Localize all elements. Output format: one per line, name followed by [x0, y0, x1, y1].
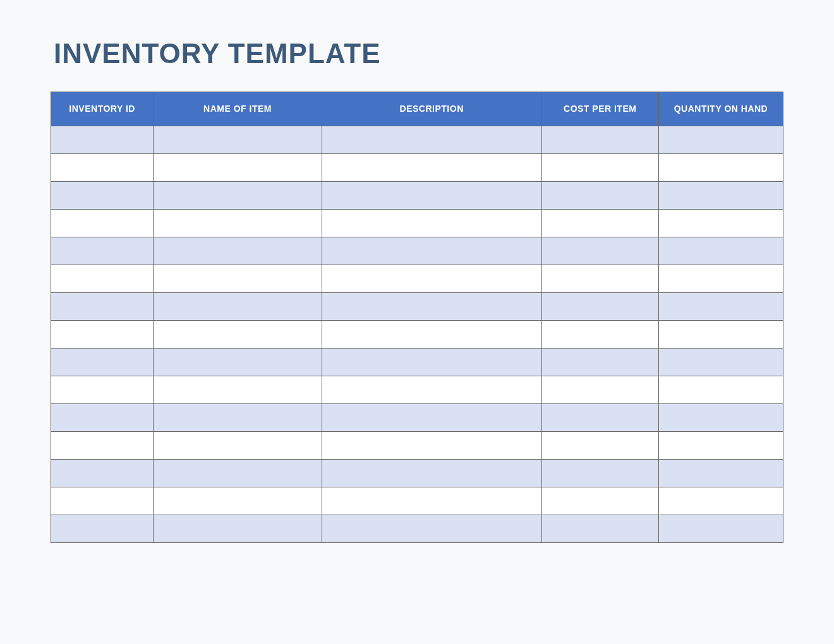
- cell-cost-per-item[interactable]: [541, 487, 658, 515]
- cell-name-of-item[interactable]: [154, 487, 322, 515]
- cell-cost-per-item[interactable]: [541, 293, 658, 321]
- cell-description[interactable]: [322, 432, 541, 460]
- table-row: [51, 432, 783, 460]
- table-body: [51, 126, 783, 543]
- table-row: [51, 293, 783, 321]
- cell-cost-per-item[interactable]: [541, 515, 658, 543]
- cell-cost-per-item[interactable]: [541, 404, 658, 432]
- cell-description[interactable]: [322, 460, 541, 487]
- cell-cost-per-item[interactable]: [541, 126, 658, 154]
- cell-quantity-on-hand[interactable]: [658, 515, 783, 543]
- cell-description[interactable]: [322, 404, 541, 432]
- col-header-inventory-id: INVENTORY ID: [51, 92, 154, 126]
- cell-cost-per-item[interactable]: [541, 237, 658, 265]
- cell-quantity-on-hand[interactable]: [658, 210, 783, 237]
- inventory-table: INVENTORY ID NAME OF ITEM DESCRIPTION CO…: [51, 92, 783, 543]
- cell-name-of-item[interactable]: [154, 404, 322, 432]
- cell-inventory-id[interactable]: [51, 404, 154, 432]
- cell-name-of-item[interactable]: [154, 265, 322, 293]
- cell-quantity-on-hand[interactable]: [658, 432, 783, 460]
- cell-name-of-item[interactable]: [154, 126, 322, 154]
- cell-inventory-id[interactable]: [51, 515, 154, 543]
- cell-quantity-on-hand[interactable]: [658, 487, 783, 515]
- cell-description[interactable]: [322, 487, 541, 515]
- cell-description[interactable]: [322, 154, 541, 182]
- cell-name-of-item[interactable]: [154, 376, 322, 404]
- table-row: [51, 460, 783, 487]
- table-row: [51, 515, 783, 543]
- cell-description[interactable]: [322, 210, 541, 237]
- cell-inventory-id[interactable]: [51, 265, 154, 293]
- col-header-cost-per-item: COST PER ITEM: [541, 92, 658, 126]
- cell-inventory-id[interactable]: [51, 154, 154, 182]
- cell-name-of-item[interactable]: [154, 182, 322, 210]
- table-row: [51, 404, 783, 432]
- cell-name-of-item[interactable]: [154, 321, 322, 349]
- table-row: [51, 321, 783, 349]
- cell-inventory-id[interactable]: [51, 237, 154, 265]
- cell-cost-per-item[interactable]: [541, 376, 658, 404]
- cell-inventory-id[interactable]: [51, 126, 154, 154]
- cell-description[interactable]: [322, 126, 541, 154]
- cell-quantity-on-hand[interactable]: [658, 293, 783, 321]
- cell-quantity-on-hand[interactable]: [658, 321, 783, 349]
- cell-quantity-on-hand[interactable]: [658, 460, 783, 487]
- cell-description[interactable]: [322, 349, 541, 376]
- cell-inventory-id[interactable]: [51, 321, 154, 349]
- cell-description[interactable]: [322, 237, 541, 265]
- col-header-quantity-on-hand: QUANTITY ON HAND: [658, 92, 783, 126]
- cell-description[interactable]: [322, 182, 541, 210]
- table-row: [51, 154, 783, 182]
- cell-inventory-id[interactable]: [51, 376, 154, 404]
- cell-quantity-on-hand[interactable]: [658, 265, 783, 293]
- cell-name-of-item[interactable]: [154, 515, 322, 543]
- cell-name-of-item[interactable]: [154, 460, 322, 487]
- cell-name-of-item[interactable]: [154, 293, 322, 321]
- cell-name-of-item[interactable]: [154, 210, 322, 237]
- cell-quantity-on-hand[interactable]: [658, 154, 783, 182]
- cell-quantity-on-hand[interactable]: [658, 349, 783, 376]
- cell-cost-per-item[interactable]: [541, 182, 658, 210]
- cell-description[interactable]: [322, 376, 541, 404]
- cell-inventory-id[interactable]: [51, 210, 154, 237]
- cell-cost-per-item[interactable]: [541, 321, 658, 349]
- cell-description[interactable]: [322, 515, 541, 543]
- table-header-row: INVENTORY ID NAME OF ITEM DESCRIPTION CO…: [51, 92, 783, 126]
- cell-description[interactable]: [322, 293, 541, 321]
- cell-cost-per-item[interactable]: [541, 210, 658, 237]
- page-title: INVENTORY TEMPLATE: [54, 38, 783, 69]
- table-row: [51, 487, 783, 515]
- cell-cost-per-item[interactable]: [541, 432, 658, 460]
- table-row: [51, 210, 783, 237]
- cell-cost-per-item[interactable]: [541, 349, 658, 376]
- cell-inventory-id[interactable]: [51, 460, 154, 487]
- cell-inventory-id[interactable]: [51, 487, 154, 515]
- cell-quantity-on-hand[interactable]: [658, 126, 783, 154]
- col-header-name-of-item: NAME OF ITEM: [154, 92, 322, 126]
- cell-cost-per-item[interactable]: [541, 460, 658, 487]
- table-row: [51, 265, 783, 293]
- cell-quantity-on-hand[interactable]: [658, 376, 783, 404]
- cell-cost-per-item[interactable]: [541, 154, 658, 182]
- cell-name-of-item[interactable]: [154, 432, 322, 460]
- cell-name-of-item[interactable]: [154, 154, 322, 182]
- table-row: [51, 376, 783, 404]
- cell-description[interactable]: [322, 265, 541, 293]
- col-header-description: DESCRIPTION: [322, 92, 541, 126]
- cell-description[interactable]: [322, 321, 541, 349]
- table-row: [51, 349, 783, 376]
- table-row: [51, 126, 783, 154]
- table-row: [51, 182, 783, 210]
- cell-inventory-id[interactable]: [51, 182, 154, 210]
- cell-cost-per-item[interactable]: [541, 265, 658, 293]
- cell-name-of-item[interactable]: [154, 349, 322, 376]
- table-row: [51, 237, 783, 265]
- cell-quantity-on-hand[interactable]: [658, 237, 783, 265]
- cell-quantity-on-hand[interactable]: [658, 182, 783, 210]
- cell-quantity-on-hand[interactable]: [658, 404, 783, 432]
- cell-inventory-id[interactable]: [51, 349, 154, 376]
- cell-inventory-id[interactable]: [51, 432, 154, 460]
- cell-name-of-item[interactable]: [154, 237, 322, 265]
- cell-inventory-id[interactable]: [51, 293, 154, 321]
